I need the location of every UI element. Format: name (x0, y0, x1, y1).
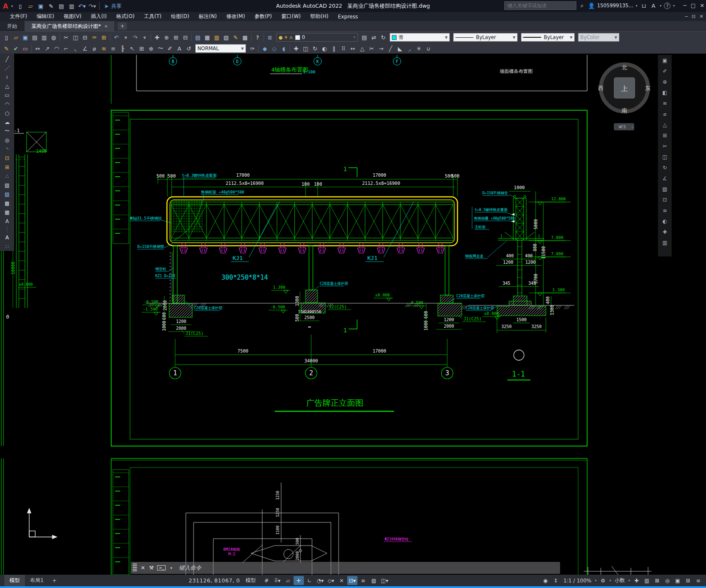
command-menu-arrow-icon[interactable]: ▾ (167, 566, 176, 570)
pan-icon[interactable]: ✚ (152, 33, 162, 42)
side-tool-icon-03[interactable]: ⊕ (659, 76, 670, 87)
side-tool-icon-15[interactable]: ≡ (659, 205, 670, 216)
ortho-icon[interactable]: ∟ (304, 576, 315, 585)
clean-screen-icon[interactable]: ⊞ (683, 576, 693, 585)
undo-icon[interactable]: ↶▾ (77, 1, 87, 11)
lineweight-combo-arrow-icon[interactable]: ▼ (567, 36, 573, 39)
erase-icon[interactable]: ▭ (21, 44, 30, 53)
side-tool-icon-12[interactable]: ∠ (659, 173, 670, 184)
dim-linear-icon[interactable]: ↔ (33, 44, 42, 53)
annotation-visibility-icon[interactable]: ◉ (540, 576, 551, 585)
dim-baseline-icon[interactable]: ≡ (109, 44, 118, 53)
side-tool-icon-16[interactable]: ◐ (659, 216, 670, 226)
plot-icon[interactable]: ▤ (57, 1, 66, 11)
layout-add-button[interactable]: + (49, 578, 60, 584)
isolate-objects-icon[interactable]: ◎ (662, 576, 673, 585)
doc-restore-button[interactable]: ⊡ (692, 14, 696, 19)
dynamic-input-icon[interactable]: ✛ (294, 576, 304, 585)
infer-constraints-icon[interactable]: ▱ (283, 576, 293, 585)
menu-parametric[interactable]: 参数(P) (250, 12, 277, 21)
help-icon[interactable]: ? (664, 3, 670, 9)
break-icon[interactable]: ╱ (386, 44, 395, 53)
chamfer-icon[interactable]: ◣ (395, 44, 405, 53)
save-icon[interactable]: ▣ (21, 33, 30, 42)
color-combo-arrow-icon[interactable]: ▼ (442, 36, 448, 39)
autoscale-icon[interactable]: ↕ (551, 576, 561, 585)
menu-view[interactable]: 视图(V) (59, 12, 86, 21)
multileader-icon[interactable]: ↖ (127, 44, 137, 53)
dimstyle-combo[interactable]: NORMAL ▼ (195, 44, 246, 53)
ellipse-icon[interactable]: ◎ (2, 136, 13, 145)
selection-cycling-icon[interactable]: ◫▾ (379, 576, 390, 585)
user-id[interactable]: 1505999135... (597, 3, 633, 9)
menu-file[interactable]: 文件(F) (5, 12, 32, 21)
autocad-logo-icon[interactable]: A (0, 2, 11, 10)
side-tool-icon-18[interactable]: ▥ (659, 237, 670, 248)
hatch-icon[interactable]: ▨ (2, 181, 13, 190)
user-avatar-icon[interactable]: 👤 (588, 1, 595, 10)
dim-update-icon[interactable]: ↺ (184, 44, 194, 53)
side-tool-icon-11[interactable]: ↻ (659, 162, 670, 173)
doc-close-button[interactable]: ✕ (700, 14, 703, 19)
line-icon[interactable]: ╱ (2, 54, 13, 63)
menu-edit[interactable]: 编辑(E) (32, 12, 59, 21)
model-tab[interactable]: 模型 (4, 575, 25, 586)
create-block-icon[interactable]: ⊞ (2, 163, 13, 172)
paste-icon[interactable]: ⊟ (80, 33, 90, 42)
move-icon[interactable]: ✚ (291, 44, 301, 53)
dim-angular-icon[interactable]: ∠ (80, 44, 90, 53)
redo-menu-icon[interactable]: ▾ (140, 33, 149, 42)
layer-lock-icon[interactable]: ∩ (289, 35, 293, 40)
dim-radius-icon[interactable]: ◟ (71, 44, 80, 53)
object-snap-icon[interactable]: ⊡▾ (347, 576, 358, 585)
redo-icon[interactable]: ↷ (130, 33, 140, 42)
array-icon[interactable]: ⠿ (339, 44, 348, 53)
tab-start[interactable]: 开始 (0, 21, 24, 31)
circle-icon[interactable]: ○ (2, 109, 13, 118)
polar-tracking-icon[interactable]: ◔▾ (315, 576, 325, 585)
dimstyle-combo-arrow-icon[interactable]: ▼ (239, 47, 244, 51)
snap-icon[interactable]: ⠿▾ (272, 576, 282, 585)
grid-icon[interactable]: # (261, 576, 272, 585)
zoom-realtime-icon[interactable]: ⊕ (162, 33, 171, 42)
offset-icon[interactable]: ∥ (329, 44, 339, 53)
undo-menu-icon[interactable]: ▾ (121, 33, 130, 42)
side-tool-icon-06[interactable]: ⌀ (659, 109, 670, 119)
logo-dropdown-icon[interactable]: ▾ (11, 4, 13, 8)
units-arrow-icon[interactable]: ▾ (627, 579, 631, 582)
menu-express[interactable]: Express (333, 12, 363, 21)
publish-icon[interactable]: ◍ (49, 33, 58, 42)
open-icon[interactable]: ▱ (26, 1, 35, 11)
scale-icon[interactable]: △ (358, 44, 367, 53)
lineweight-icon[interactable]: ≡ (358, 576, 368, 585)
tolerance-icon[interactable]: ⊞ (137, 44, 146, 53)
customization-icon[interactable]: ≡ (693, 576, 703, 585)
side-tool-icon-14[interactable]: ⊡ (659, 194, 670, 205)
linetype-combo[interactable]: ByLayer ▼ (453, 33, 518, 42)
tab-add-button[interactable]: + (118, 22, 127, 30)
dim-jog-icon[interactable]: 〜 (156, 44, 165, 53)
lineweight-combo[interactable]: ByLayer ▼ (521, 33, 575, 42)
command-bar-grip[interactable] (133, 564, 137, 572)
layer-on-icon[interactable]: ● (279, 35, 283, 40)
insert-block-icon[interactable]: ⊡ (2, 154, 13, 163)
text-icon[interactable]: A (2, 233, 13, 242)
menu-tools[interactable]: 工具(T) (139, 12, 167, 21)
command-close-icon[interactable]: ✕ (139, 565, 147, 571)
annotation-scale[interactable]: 1:1 / 100% (561, 578, 594, 584)
cut-icon[interactable]: ✂ (61, 33, 71, 42)
qnew-icon[interactable]: ▯ (15, 1, 25, 11)
table-icon[interactable]: ▦ (2, 208, 13, 217)
markup-icon[interactable]: ✎ (231, 33, 240, 42)
fillet-icon[interactable]: ◞ (405, 44, 414, 53)
explode-icon[interactable]: ✳ (414, 44, 424, 53)
viewcube[interactable]: 上 北 南 西 东 WCS ▾ (598, 64, 651, 130)
command-input[interactable]: 键入命令 (179, 564, 201, 572)
point-style-icon[interactable]: ∷ (2, 242, 13, 251)
autodesk-menu-arrow-icon[interactable]: ▾ (659, 4, 662, 8)
layout1-tab[interactable]: 布局1 (25, 575, 49, 586)
quick-dim-icon[interactable]: ≋ (99, 44, 109, 53)
save-as-icon[interactable]: ✎ (46, 1, 56, 11)
design-center-icon[interactable]: ▦ (203, 33, 212, 42)
point-icon[interactable]: ∴ (2, 172, 13, 181)
